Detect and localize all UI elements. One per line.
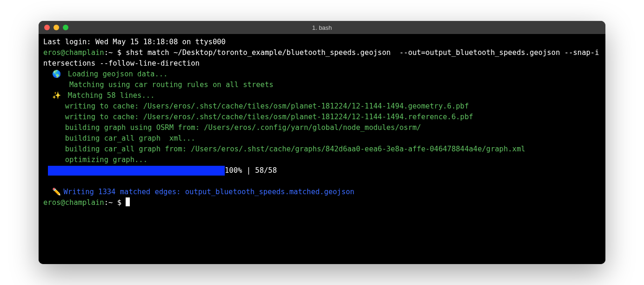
traffic-lights — [44, 25, 68, 30]
close-icon[interactable] — [44, 25, 50, 30]
command-text: shst match ~/Desktop/toronto_example/blu… — [43, 48, 599, 68]
title-bar[interactable]: 1. bash — [39, 21, 605, 34]
terminal-body[interactable]: Last login: Wed May 15 18:18:08 on ttys0… — [39, 34, 605, 264]
last-login-line: Last login: Wed May 15 18:18:08 on ttys0… — [43, 38, 226, 46]
window-title: 1. bash — [39, 24, 605, 31]
graph-xml-line: building car_all graph xml... — [65, 134, 195, 142]
cache-line-1: writing to cache: /Users/eros/.shst/cach… — [65, 102, 469, 110]
terminal-window: 1. bash Last login: Wed May 15 18:18:08 … — [39, 21, 605, 264]
cache-line-2: writing to cache: /Users/eros/.shst/cach… — [65, 113, 473, 121]
sparkles-icon: ✨ — [52, 90, 64, 101]
progress-bar — [48, 166, 225, 176]
matching-rules-line: Matching using car routing rules on all … — [69, 81, 274, 89]
result-line: Writing 1334 matched edges: output_bluet… — [63, 188, 354, 196]
cursor — [126, 197, 130, 206]
prompt-separator-2: :~ $ — [104, 198, 126, 207]
loading-line: Loading geojson data... — [68, 70, 168, 78]
graph-from-line: building car_all graph from: /Users/eros… — [65, 145, 525, 153]
osrm-line: building graph using OSRM from: /Users/e… — [65, 123, 421, 132]
matching-lines-line: Matching 58 lines... — [68, 91, 155, 100]
optimizing-line: optimizing graph... — [65, 156, 148, 164]
globe-icon: 🌎 — [52, 69, 64, 80]
prompt-user-host-2: eros@champlain — [43, 198, 104, 207]
minimize-icon[interactable] — [54, 25, 59, 30]
progress-label: 100% | 58/58 — [225, 165, 277, 176]
progress-row: 100% | 58/58 — [48, 165, 601, 176]
pencil-icon: ✏️ — [52, 187, 64, 197]
prompt-separator: :~ $ — [104, 48, 126, 57]
prompt-user-host: eros@champlain — [43, 48, 104, 57]
fullscreen-icon[interactable] — [63, 25, 68, 30]
